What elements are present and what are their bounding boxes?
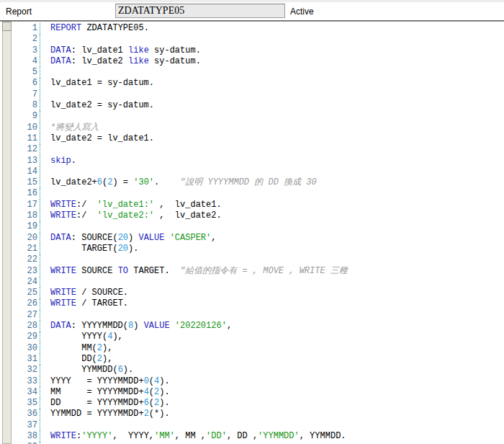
line-number: 27 [12, 310, 40, 321]
code-text: WRITE / SOURCE. [40, 288, 128, 298]
code-text: TARGET(20). [40, 244, 138, 254]
code-line[interactable]: 8lv_date2 = sy-datum. [12, 100, 504, 111]
code-line[interactable]: 10*將變人寫入 [12, 123, 504, 133]
line-number: 28 [12, 321, 40, 332]
line-number: 11 [12, 133, 40, 144]
code-line[interactable]: 32 YYMMDD(6). [12, 365, 504, 376]
code-line[interactable]: 21 TARGET(20). [12, 244, 504, 254]
code-text: MM(2), [40, 343, 112, 354]
code-line[interactable]: 23WRITE SOURCE TO TARGET. "給值的指令有 = , MO… [12, 266, 504, 277]
code-text [40, 111, 50, 122]
code-line[interactable]: 12 [12, 144, 504, 155]
line-number: 2 [12, 34, 40, 45]
code-line[interactable]: 15lv_date2+6(2) = '30'. "說明 YYYYMMDD 的 D… [12, 177, 504, 188]
report-label: Report [6, 6, 32, 17]
code-line[interactable]: 16 [12, 188, 504, 199]
code-editor[interactable]: 1REPORT ZDATATYPE05.23DATA: lv_date1 lik… [0, 22, 504, 444]
code-text: DATA: lv_date2 like sy-datum. [40, 56, 201, 67]
line-number: 9 [12, 111, 40, 122]
gutter-top-cell[interactable] [2, 22, 12, 31]
line-number: 17 [12, 200, 40, 210]
code-line[interactable]: 30 MM(2), [12, 343, 504, 354]
line-number: 36 [12, 409, 40, 419]
line-number: 8 [12, 100, 40, 111]
code-line[interactable]: 7 [12, 89, 504, 100]
line-number: 13 [12, 156, 40, 166]
line-number: 25 [12, 288, 40, 298]
code-text: REPORT ZDATATYPE05. [40, 23, 149, 34]
line-number: 14 [12, 166, 40, 177]
code-line[interactable]: 1REPORT ZDATATYPE05. [12, 23, 504, 34]
code-text [40, 166, 50, 177]
code-text: DATA: lv_date1 like sy-datum. [40, 45, 201, 56]
line-number: 6 [12, 78, 40, 89]
code-line[interactable]: 19 [12, 221, 504, 232]
code-line[interactable]: 5 [12, 67, 504, 78]
code-text [40, 221, 50, 232]
code-line[interactable]: 33YYYY = YYYYMMDD+0(4). [12, 376, 504, 387]
code-text: DD = YYYYMMDD+6(2). [40, 398, 170, 409]
line-number: 35 [12, 398, 40, 409]
code-line[interactable]: 4DATA: lv_date2 like sy-datum. [12, 56, 504, 67]
code-text: WRITE / TARGET. [40, 298, 128, 309]
code-line[interactable]: 6lv_date1 = sy-datum. [12, 78, 504, 89]
code-lines-area[interactable]: 1REPORT ZDATATYPE05.23DATA: lv_date1 lik… [12, 22, 504, 444]
code-line[interactable]: 2 [12, 34, 504, 45]
code-line[interactable]: 26WRITE / TARGET. [12, 298, 504, 309]
code-line[interactable]: 37 [12, 420, 504, 431]
line-number: 22 [12, 254, 40, 265]
code-line[interactable]: 14 [12, 166, 504, 177]
line-number: 20 [12, 233, 40, 244]
code-line[interactable]: 25WRITE / SOURCE. [12, 288, 504, 298]
code-line[interactable]: 3DATA: lv_date1 like sy-datum. [12, 45, 504, 56]
code-line[interactable]: 34MM = YYYYMMDD+4(2). [12, 387, 504, 398]
line-number: 7 [12, 89, 40, 100]
line-number: 30 [12, 343, 40, 354]
code-line[interactable]: 13skip. [12, 156, 504, 166]
code-line[interactable]: 17WRITE:/ 'lv_date1:' , lv_date1. [12, 200, 504, 210]
code-text: WRITE:/ 'lv_date2:' , lv_date2. [40, 210, 222, 221]
code-line[interactable]: 11lv_date2 = lv_date1. [12, 133, 504, 144]
code-line[interactable]: 38WRITE:'YYYY', YYYY,'MM', MM ,'DD', DD … [12, 431, 504, 442]
line-number: 21 [12, 244, 40, 254]
code-line[interactable]: 18WRITE:/ 'lv_date2:' , lv_date2. [12, 210, 504, 221]
line-number: 3 [12, 45, 40, 56]
code-line[interactable]: 20DATA: SOURCE(20) VALUE 'CASPER', [12, 233, 504, 244]
report-name-input[interactable] [115, 4, 285, 18]
code-text: WRITE:/ 'lv_date1:' , lv_date1. [40, 200, 222, 210]
line-number: 38 [12, 431, 40, 442]
code-line[interactable]: 22 [12, 254, 504, 265]
code-text [40, 310, 50, 321]
line-number: 5 [12, 67, 40, 78]
line-number: 19 [12, 221, 40, 232]
line-number: 37 [12, 420, 40, 431]
code-line[interactable]: 36YYMMDD = YYYYMMDD+2(*). [12, 409, 504, 419]
breakpoint-gutter[interactable] [2, 22, 12, 444]
code-line[interactable]: 9 [12, 111, 504, 122]
code-text: lv_date2+6(2) = '30'. "說明 YYYYMMDD 的 DD … [40, 177, 317, 188]
line-number: 32 [12, 365, 40, 376]
code-text: DATA: YYYYMMDD(8) VALUE '20220126', [40, 321, 232, 332]
code-text: DD(2), [40, 354, 112, 365]
code-line[interactable]: 29 YYYY(4), [12, 332, 504, 342]
code-text: WRITE SOURCE TO TARGET. "給值的指令有 = , MOVE… [40, 266, 348, 277]
line-number: 10 [12, 123, 40, 133]
code-line[interactable]: 24 [12, 277, 504, 288]
code-line[interactable]: 27 [12, 310, 504, 321]
code-line[interactable]: 31 DD(2), [12, 354, 504, 365]
line-number: 29 [12, 332, 40, 342]
code-text: YYYY(4), [40, 332, 123, 342]
line-number: 18 [12, 210, 40, 221]
code-text: YYYY = YYYYMMDD+0(4). [40, 376, 170, 387]
code-text [40, 254, 50, 265]
code-line[interactable]: 28DATA: YYYYMMDD(8) VALUE '20220126', [12, 321, 504, 332]
line-number: 12 [12, 144, 40, 155]
code-text: MM = YYYYMMDD+4(2). [40, 387, 170, 398]
code-text [40, 89, 50, 100]
code-text: DATA: SOURCE(20) VALUE 'CASPER', [40, 233, 216, 244]
code-text [40, 144, 50, 155]
line-number: 33 [12, 376, 40, 387]
code-line[interactable]: 35DD = YYYYMMDD+6(2). [12, 398, 504, 409]
code-text: lv_date2 = lv_date1. [40, 133, 154, 144]
line-number: 4 [12, 56, 40, 67]
